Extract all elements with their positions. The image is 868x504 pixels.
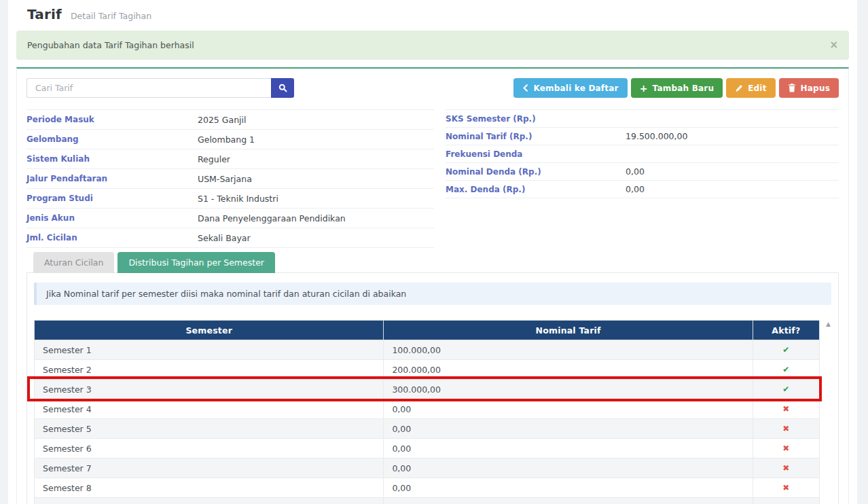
- detail-value: S1 - Teknik Industri: [198, 194, 278, 204]
- detail-row-program-studi: Program StudiS1 - Teknik Industri: [26, 189, 434, 209]
- cell-nominal-tarif: 0,00: [384, 478, 753, 498]
- close-icon[interactable]: ×: [829, 40, 838, 50]
- cross-icon: ✖: [753, 458, 819, 478]
- add-new-button[interactable]: + Tambah Baru: [631, 78, 723, 98]
- tab-aturan-cicilan[interactable]: Aturan Cicilan: [33, 252, 114, 273]
- page-subtitle: Detail Tarif Tagihan: [71, 11, 151, 21]
- cell-semester: Semester 8: [35, 478, 384, 498]
- detail-column-right: SKS Semester (Rp.)Nominal Tarif (Rp.)19.…: [446, 109, 839, 198]
- detail-row-nominal-denda-rp: Nominal Denda (Rp.)0,00: [446, 163, 839, 181]
- detail-label: Periode Masuk: [26, 115, 198, 124]
- cell-semester: Semester 2: [35, 360, 384, 380]
- chevron-left-icon: [522, 84, 528, 92]
- cell-nominal-tarif: 0,00: [384, 419, 753, 439]
- detail-row-sistem-kuliah: Sistem KuliahReguler: [26, 149, 434, 169]
- detail-value: 2025 Ganjil: [198, 115, 246, 125]
- tab-panel: Jika Nominal tarif per semester diisi ma…: [26, 272, 839, 504]
- info-note-text: Jika Nominal tarif per semester diisi ma…: [46, 289, 406, 299]
- search-input[interactable]: [26, 78, 271, 98]
- detail-label: Frekuensi Denda: [446, 149, 626, 159]
- search-toolbar-row: Kembali ke Daftar + Tambah Baru Edit: [26, 78, 839, 98]
- search-icon: [278, 84, 287, 92]
- detail-label: Program Studi: [26, 194, 198, 203]
- back-button-label: Kembali ke Daftar: [533, 84, 618, 93]
- detail-label: Jalur Pendaftaran: [26, 174, 198, 183]
- detail-row-jalur-pendaftaran: Jalur PendaftaranUSM-Sarjana: [26, 169, 434, 189]
- info-note: Jika Nominal tarif per semester diisi ma…: [34, 283, 831, 305]
- table-row-semester-9[interactable]: Semester 90,00✖: [35, 498, 820, 504]
- detail-row-gelombang: GelombangGelombang 1: [26, 130, 434, 149]
- tab-distribusi-tagihan-per-semester[interactable]: Distribusi Tagihan per Semester: [117, 252, 275, 273]
- page-header: Tarif Detail Tarif Tagihan: [16, 0, 850, 22]
- cell-nominal-tarif: 0,00: [384, 458, 753, 478]
- plus-icon: +: [640, 84, 648, 93]
- cell-nominal-tarif: 0,00: [384, 399, 753, 419]
- cross-icon: ✖: [753, 478, 819, 498]
- edit-button-label: Edit: [748, 84, 766, 93]
- detail-value: 0,00: [626, 166, 645, 177]
- cell-semester: Semester 9: [35, 498, 384, 504]
- delete-button[interactable]: Hapus: [779, 78, 839, 98]
- back-to-list-button[interactable]: Kembali ke Daftar: [513, 78, 627, 98]
- cross-icon: ✖: [753, 498, 819, 504]
- detail-label: Jml. Cicilan: [26, 233, 198, 242]
- tab-bar: Aturan CicilanDistribusi Tagihan per Sem…: [33, 252, 839, 273]
- table-header-row: Semester Nominal Tarif Aktif?: [35, 321, 820, 340]
- table-row-semester-5[interactable]: Semester 50,00✖: [35, 419, 820, 439]
- semester-distribution-table: Semester Nominal Tarif Aktif? Semester 1…: [34, 320, 820, 504]
- detail-label: Max. Denda (Rp.): [446, 185, 626, 194]
- cell-nominal-tarif: 200.000,00: [384, 360, 753, 380]
- pencil-icon: [735, 84, 743, 92]
- content-sheet: Tarif Detail Tarif Tagihan Pengubahan da…: [8, 0, 857, 504]
- cell-nominal-tarif: 0,00: [384, 498, 753, 504]
- detail-label: SKS Semester (Rp.): [446, 114, 626, 124]
- detail-value: Gelombang 1: [198, 134, 255, 145]
- page-title: Tarif: [27, 6, 62, 22]
- table-row-semester-2[interactable]: Semester 2200.000,00✔: [35, 360, 820, 380]
- check-icon: ✔: [753, 380, 819, 399]
- detail-value: USM-Sarjana: [198, 174, 252, 184]
- add-button-label: Tambah Baru: [653, 84, 715, 93]
- detail-value: 19.500.000,00: [626, 131, 687, 141]
- cell-semester: Semester 7: [35, 458, 384, 478]
- table-row-semester-8[interactable]: Semester 80,00✖: [35, 478, 820, 498]
- detail-value: Reguler: [198, 154, 230, 164]
- detail-label: Sistem Kuliah: [26, 154, 198, 164]
- cross-icon: ✖: [753, 419, 819, 439]
- cell-nominal-tarif: 0,00: [384, 439, 753, 458]
- detail-value: Sekali Bayar: [198, 233, 251, 243]
- cell-semester: Semester 4: [35, 399, 384, 419]
- edit-button[interactable]: Edit: [726, 78, 775, 98]
- detail-label: Jenis Akun: [26, 213, 198, 223]
- detail-label: Gelombang: [26, 134, 198, 144]
- table-row-semester-4[interactable]: Semester 40,00✖: [35, 399, 820, 419]
- detail-row-jml-cicilan: Jml. CicilanSekali Bayar: [26, 228, 434, 248]
- cell-semester: Semester 3: [35, 380, 384, 399]
- table-row-semester-3[interactable]: Semester 3300.000,00✔: [35, 380, 820, 399]
- detail-value: Dana Penyelenggaraan Pendidikan: [198, 213, 346, 223]
- table-row-semester-1[interactable]: Semester 1100.000,00✔: [35, 340, 820, 360]
- detail-label: Nominal Tarif (Rp.): [446, 132, 626, 141]
- detail-label: Nominal Denda (Rp.): [446, 167, 626, 177]
- cell-nominal-tarif: 100.000,00: [384, 340, 753, 360]
- cell-semester: Semester 1: [35, 340, 384, 360]
- detail-row-sks-semester-rp: SKS Semester (Rp.): [446, 110, 839, 128]
- detail-row-frekuensi-denda: Frekuensi Denda: [446, 145, 839, 163]
- search-button[interactable]: [271, 78, 294, 98]
- success-alert: Pengubahan data Tarif Tagihan berhasil ×: [16, 31, 849, 60]
- table-row-semester-6[interactable]: Semester 60,00✖: [35, 439, 820, 458]
- detail-row-max-denda-rp: Max. Denda (Rp.)0,00: [446, 181, 839, 198]
- scroll-up-arrow-icon[interactable]: ▲: [826, 321, 831, 327]
- detail-column-left: Periode Masuk2025 GanjilGelombangGelomba…: [26, 109, 434, 248]
- column-header-aktif: Aktif?: [753, 321, 819, 340]
- cross-icon: ✖: [753, 399, 819, 419]
- trash-icon: [788, 84, 796, 92]
- cell-nominal-tarif: 300.000,00: [384, 380, 753, 399]
- detail-row-periode-masuk: Periode Masuk2025 Ganjil: [26, 110, 434, 130]
- detail-fields: Periode Masuk2025 GanjilGelombangGelomba…: [26, 109, 839, 248]
- search-group: [26, 78, 294, 98]
- table-row-semester-7[interactable]: Semester 70,00✖: [35, 458, 820, 478]
- table-wrap: Semester Nominal Tarif Aktif? Semester 1…: [34, 320, 820, 504]
- cell-semester: Semester 6: [35, 439, 384, 458]
- check-icon: ✔: [753, 340, 819, 360]
